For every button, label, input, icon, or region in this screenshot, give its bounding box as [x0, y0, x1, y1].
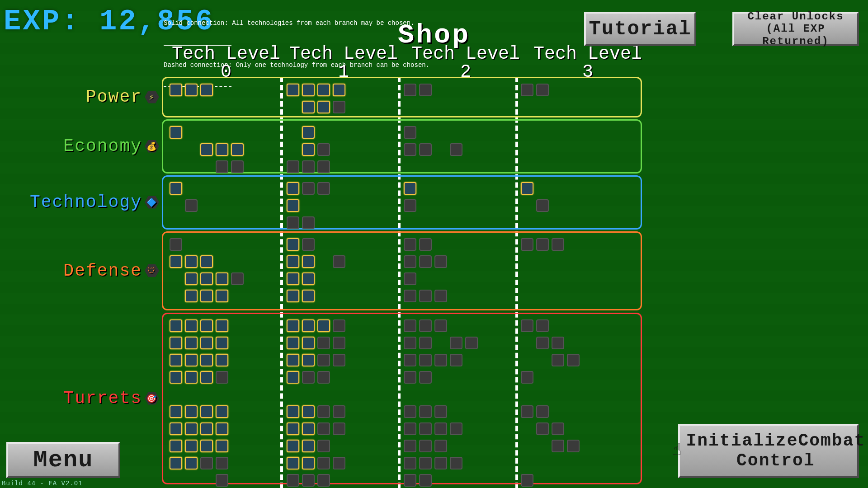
- tech-node[interactable]: [287, 272, 299, 285]
- tech-node[interactable]: [404, 405, 416, 418]
- tech-node[interactable]: [419, 474, 432, 487]
- tech-node[interactable]: [287, 182, 299, 195]
- tech-node[interactable]: [216, 405, 228, 418]
- tech-node[interactable]: [419, 255, 432, 268]
- tech-node[interactable]: [317, 337, 330, 349]
- tech-node[interactable]: [231, 143, 244, 156]
- tech-node[interactable]: [216, 440, 228, 452]
- tech-node[interactable]: [404, 422, 416, 435]
- initialize-combat-button[interactable]: ☝ InitializeCombat Control: [678, 424, 859, 478]
- tech-node[interactable]: [216, 474, 228, 487]
- tech-node[interactable]: [170, 238, 182, 251]
- tech-node[interactable]: [317, 422, 330, 435]
- tech-node[interactable]: [419, 84, 432, 96]
- tech-node[interactable]: [333, 354, 345, 366]
- tech-node[interactable]: [317, 474, 330, 487]
- tech-node[interactable]: [200, 405, 213, 418]
- tech-node[interactable]: [287, 216, 299, 229]
- tech-node[interactable]: [552, 238, 564, 251]
- tech-node[interactable]: [302, 255, 315, 268]
- tech-node[interactable]: [419, 337, 432, 349]
- tech-node[interactable]: [404, 182, 416, 195]
- tech-node[interactable]: [170, 319, 182, 332]
- tech-node[interactable]: [170, 457, 182, 469]
- tech-node[interactable]: [434, 405, 447, 418]
- tech-node[interactable]: [170, 405, 182, 418]
- tech-node[interactable]: [216, 422, 228, 435]
- tech-node[interactable]: [200, 422, 213, 435]
- tech-node[interactable]: [200, 84, 213, 96]
- tech-node[interactable]: [216, 290, 228, 302]
- tech-node[interactable]: [536, 199, 549, 212]
- tech-node[interactable]: [434, 457, 447, 469]
- tech-node[interactable]: [200, 290, 213, 302]
- tech-node[interactable]: [185, 337, 198, 349]
- tech-node[interactable]: [536, 405, 549, 418]
- tech-node[interactable]: [434, 440, 447, 452]
- tech-node[interactable]: [450, 457, 462, 469]
- tech-node[interactable]: [185, 457, 198, 469]
- tech-node[interactable]: [185, 199, 198, 212]
- tech-node[interactable]: [302, 337, 315, 349]
- tech-node[interactable]: [419, 405, 432, 418]
- tech-node[interactable]: [404, 238, 416, 251]
- tech-node[interactable]: [302, 371, 315, 384]
- tech-node[interactable]: [185, 290, 198, 302]
- tech-node[interactable]: [333, 457, 345, 469]
- tech-node[interactable]: [185, 405, 198, 418]
- tech-node[interactable]: [317, 319, 330, 332]
- tech-node[interactable]: [200, 440, 213, 452]
- tech-node[interactable]: [450, 337, 462, 349]
- tech-node[interactable]: [404, 457, 416, 469]
- category-economy[interactable]: [162, 119, 642, 174]
- tutorial-button[interactable]: Tutorial: [584, 12, 696, 46]
- tech-node[interactable]: [552, 337, 564, 349]
- tech-node[interactable]: [200, 354, 213, 366]
- tech-node[interactable]: [216, 337, 228, 349]
- tech-node[interactable]: [302, 319, 315, 332]
- category-power[interactable]: [162, 77, 642, 117]
- tech-node[interactable]: [302, 160, 315, 173]
- tech-node[interactable]: [170, 440, 182, 452]
- tech-node[interactable]: [434, 422, 447, 435]
- tech-node[interactable]: [521, 319, 533, 332]
- tech-node[interactable]: [404, 126, 416, 139]
- tech-node[interactable]: [287, 337, 299, 349]
- tech-node[interactable]: [287, 422, 299, 435]
- tech-node[interactable]: [419, 290, 432, 302]
- tech-node[interactable]: [185, 84, 198, 96]
- tech-node[interactable]: [287, 319, 299, 332]
- tech-node[interactable]: [552, 354, 564, 366]
- tech-node[interactable]: [302, 474, 315, 487]
- tech-node[interactable]: [216, 354, 228, 366]
- tech-node[interactable]: [317, 405, 330, 418]
- tech-node[interactable]: [287, 160, 299, 173]
- tech-node[interactable]: [302, 290, 315, 302]
- tech-node[interactable]: [404, 337, 416, 349]
- tech-node[interactable]: [333, 101, 345, 113]
- tech-node[interactable]: [302, 422, 315, 435]
- tech-node[interactable]: [333, 255, 345, 268]
- tech-node[interactable]: [536, 84, 549, 96]
- tech-node[interactable]: [317, 354, 330, 366]
- tech-node[interactable]: [536, 422, 549, 435]
- tech-node[interactable]: [521, 371, 533, 384]
- tech-node[interactable]: [200, 371, 213, 384]
- tech-node[interactable]: [170, 371, 182, 384]
- clear-unlocks-button[interactable]: Clear Unlocks(All EXP Returned): [732, 12, 859, 46]
- tech-node[interactable]: [552, 440, 564, 452]
- tech-node[interactable]: [185, 255, 198, 268]
- tech-node[interactable]: [216, 143, 228, 156]
- tech-node[interactable]: [333, 337, 345, 349]
- tech-node[interactable]: [287, 457, 299, 469]
- tech-node[interactable]: [333, 422, 345, 435]
- tech-node[interactable]: [419, 440, 432, 452]
- tech-node[interactable]: [419, 143, 432, 156]
- tech-node[interactable]: [317, 160, 330, 173]
- tech-node[interactable]: [521, 474, 533, 487]
- tech-node[interactable]: [302, 238, 315, 251]
- tech-node[interactable]: [419, 371, 432, 384]
- tech-node[interactable]: [287, 290, 299, 302]
- tech-node[interactable]: [185, 354, 198, 366]
- tech-node[interactable]: [287, 371, 299, 384]
